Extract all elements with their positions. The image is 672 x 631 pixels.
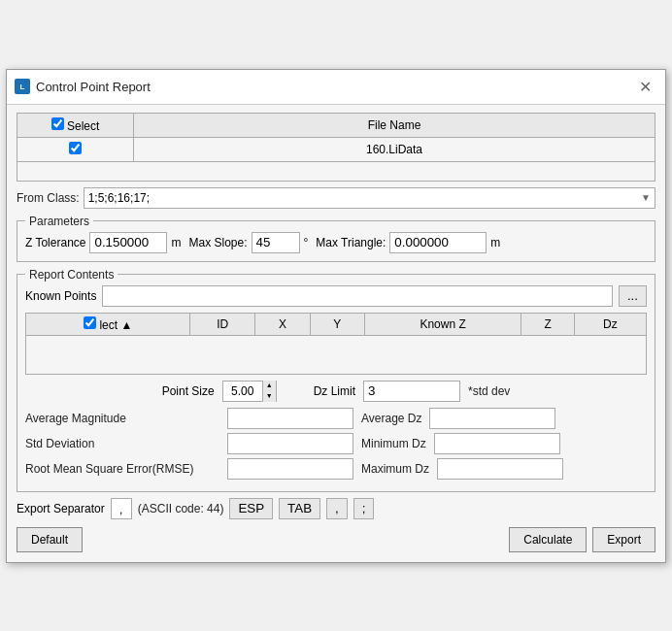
select-column-header: Select: [17, 113, 134, 137]
dz-limit-input[interactable]: [363, 381, 460, 402]
rmse-label: Root Mean Square Error(RMSE): [25, 462, 219, 476]
chevron-down-icon: ▼: [641, 192, 651, 203]
filename-column-header: File Name: [134, 113, 655, 137]
max-triangle-label: Max Triangle:: [316, 236, 386, 249]
max-dz-label: Maximum Dz: [361, 462, 429, 476]
points-table: lect ▲ ID X Y Known Z Z Dz: [25, 313, 647, 375]
title-bar: L Control Point Report ✕: [7, 70, 665, 105]
empty-data-row: [26, 335, 647, 374]
points-select-all[interactable]: [84, 316, 96, 329]
from-class-row: From Class: 1;5;6;16;17; ▼: [17, 187, 655, 209]
max-dz-input[interactable]: [437, 458, 563, 480]
std-deviation-input[interactable]: [227, 433, 353, 454]
comma-button[interactable]: ,: [326, 498, 348, 519]
z-tolerance-unit: m: [171, 236, 181, 249]
export-row: Export Separator , (ASCII code: 44) ESP …: [17, 498, 655, 519]
bottom-buttons-row: Default Calculate Export: [17, 527, 655, 552]
spinbox-up-button[interactable]: ▲: [263, 381, 276, 391]
std-deviation-label: Std Deviation: [25, 437, 219, 450]
params-row: Z Tolerance m Max Slope: ° Max Triangle:…: [25, 232, 647, 253]
parameters-group: Parameters Z Tolerance m Max Slope: ° Ma…: [17, 215, 655, 262]
main-window: L Control Point Report ✕ Select File Nam…: [6, 69, 666, 563]
col-dz: Dz: [574, 313, 646, 335]
rmse-row: Root Mean Square Error(RMSE) Maximum Dz: [25, 458, 647, 480]
point-size-spinbox[interactable]: 5.00 ▲ ▼: [222, 381, 277, 402]
col-id: ID: [190, 313, 255, 335]
export-separator-value: ,: [119, 503, 122, 516]
max-triangle-group: Max Triangle: m: [316, 232, 500, 253]
export-separator-label: Export Separator: [17, 502, 105, 515]
std-dev-label: *std dev: [468, 384, 510, 398]
known-points-label: Known Points: [25, 289, 96, 303]
max-slope-label: Max Slope:: [188, 236, 247, 249]
parameters-legend: Parameters: [25, 215, 93, 228]
max-slope-group: Max Slope: °: [188, 232, 308, 253]
avg-magnitude-row: Average Magnitude Average Dz: [25, 408, 647, 429]
spinbox-arrows: ▲ ▼: [262, 381, 276, 402]
known-points-row: Known Points ...: [25, 285, 647, 307]
z-tolerance-group: Z Tolerance m: [25, 232, 181, 253]
point-dz-row: Point Size 5.00 ▲ ▼ Dz Limit *std dev: [25, 381, 647, 402]
col-known-z: Known Z: [364, 313, 521, 335]
export-separator-box: ,: [111, 498, 132, 519]
file-table: Select File Name 160.LiData: [17, 113, 655, 182]
row-select-cell: [17, 137, 134, 161]
window-title: Control Point Report: [36, 80, 151, 94]
window-content: Select File Name 160.LiData From Cl: [7, 105, 665, 562]
action-buttons: Calculate Export: [509, 527, 655, 552]
empty-row: [17, 161, 655, 181]
col-select: lect ▲: [26, 313, 190, 335]
row-filename-cell: 160.LiData: [134, 137, 655, 161]
row-checkbox[interactable]: [69, 142, 82, 154]
point-size-label: Point Size: [162, 384, 215, 398]
dz-limit-label: Dz Limit: [314, 384, 355, 398]
max-triangle-input[interactable]: [389, 232, 487, 253]
tab-button[interactable]: TAB: [279, 498, 320, 519]
semicolon-button[interactable]: ;: [353, 498, 375, 519]
avg-dz-input[interactable]: [429, 408, 555, 429]
z-tolerance-label: Z Tolerance: [25, 236, 85, 249]
z-tolerance-input[interactable]: [89, 232, 167, 253]
title-bar-left: L Control Point Report: [15, 79, 151, 94]
table-row: 160.LiData: [17, 137, 655, 161]
report-contents-group: Report Contents Known Points ... lect ▲ …: [17, 268, 655, 492]
std-deviation-row: Std Deviation Minimum Dz: [25, 433, 647, 454]
from-class-label: From Class:: [17, 191, 80, 205]
select-all-checkbox[interactable]: [51, 117, 64, 130]
max-slope-input[interactable]: [252, 232, 300, 253]
browse-button[interactable]: ...: [619, 285, 647, 307]
known-points-input[interactable]: [102, 285, 613, 307]
avg-dz-label: Average Dz: [361, 412, 421, 425]
export-button[interactable]: Export: [592, 527, 655, 552]
col-z: Z: [521, 313, 574, 335]
default-button[interactable]: Default: [17, 527, 83, 552]
avg-magnitude-input[interactable]: [227, 408, 353, 429]
calculate-button[interactable]: Calculate: [509, 527, 587, 552]
from-class-value: 1;5;6;16;17;: [88, 191, 150, 205]
max-triangle-unit: m: [490, 236, 500, 249]
point-size-value: 5.00: [223, 382, 262, 400]
spinbox-down-button[interactable]: ▼: [263, 391, 276, 402]
close-button[interactable]: ✕: [633, 76, 657, 98]
col-y: Y: [310, 313, 364, 335]
ascii-code-label: (ASCII code: 44): [138, 502, 224, 515]
from-class-combo[interactable]: 1;5;6;16;17; ▼: [84, 187, 655, 209]
min-dz-label: Minimum Dz: [361, 437, 426, 450]
rmse-input[interactable]: [227, 458, 353, 480]
col-x: X: [255, 313, 310, 335]
report-contents-legend: Report Contents: [25, 268, 118, 282]
min-dz-input[interactable]: [434, 433, 560, 454]
avg-magnitude-label: Average Magnitude: [25, 412, 219, 425]
app-icon: L: [15, 79, 30, 94]
max-slope-unit: °: [304, 236, 309, 249]
esp-button[interactable]: ESP: [229, 498, 273, 519]
